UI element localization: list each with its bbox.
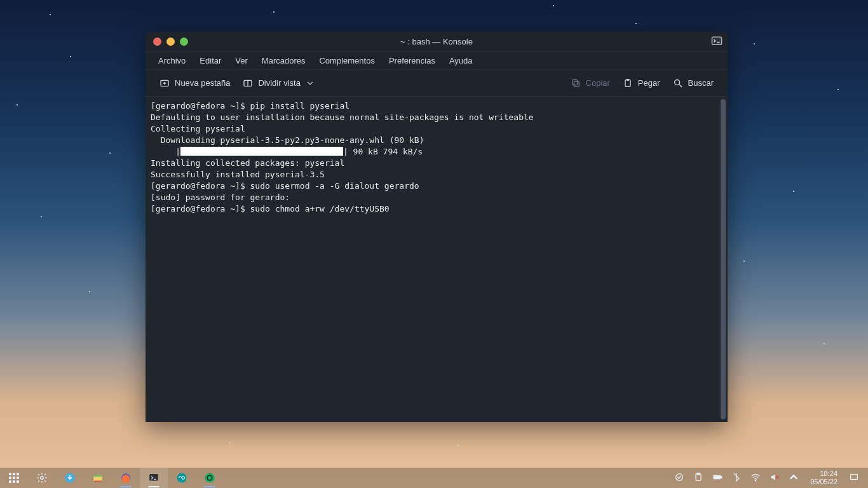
- menu-ver[interactable]: Ver: [229, 54, 254, 67]
- terminal-area: [gerardo@fedora ~]$ pip install pyserial…: [146, 97, 728, 422]
- task-indicator: [148, 486, 159, 487]
- app-launcher-button[interactable]: [0, 468, 28, 488]
- terminal-task-icon: [148, 472, 159, 484]
- new-tab-icon: [159, 78, 170, 88]
- traffic-lights: [146, 37, 188, 46]
- task-indicator: [120, 486, 132, 487]
- svg-rect-4: [574, 81, 579, 86]
- term-progress-suffix: | 90 kB 794 kB/s: [343, 147, 423, 156]
- terminal-output[interactable]: [gerardo@fedora ~]$ pip install pyserial…: [146, 97, 719, 422]
- svg-rect-7: [627, 79, 629, 81]
- svg-rect-31: [697, 473, 700, 475]
- split-view-label: Dividir vista: [258, 78, 300, 88]
- firefox-icon: [120, 472, 132, 484]
- star: [229, 442, 230, 444]
- svg-rect-13: [9, 477, 11, 479]
- menu-ayuda[interactable]: Ayuda: [443, 54, 479, 67]
- star: [458, 445, 459, 446]
- tray-expand-icon[interactable]: [789, 472, 799, 484]
- copy-button[interactable]: Copiar: [564, 75, 616, 92]
- menu-complementos[interactable]: Complementos: [313, 54, 381, 67]
- titlebar[interactable]: ~ : bash — Konsole: [146, 32, 728, 52]
- konsole-window: ~ : bash — Konsole Archivo Editar Ver Ma…: [146, 32, 728, 422]
- star: [635, 23, 637, 24]
- settings-task-icon[interactable]: [28, 468, 56, 488]
- tray-clock[interactable]: 18:24 05/05/22: [808, 470, 840, 486]
- svg-point-35: [756, 480, 756, 480]
- term-line: Defaulting to user installation because …: [151, 112, 534, 122]
- system-tray: 18:24 05/05/22: [669, 470, 868, 486]
- tray-show-desktop-icon[interactable]: [849, 472, 859, 484]
- clock-time: 18:24: [810, 470, 837, 478]
- window-minimize-button[interactable]: [166, 37, 175, 46]
- scrollbar-thumb[interactable]: [721, 99, 726, 419]
- svg-rect-15: [17, 477, 19, 479]
- download-icon: [64, 472, 76, 484]
- term-line: Collecting pyserial: [151, 124, 245, 133]
- star: [50, 14, 51, 15]
- files-task-icon[interactable]: [84, 468, 112, 488]
- search-icon: [673, 78, 683, 88]
- window-close-button[interactable]: [153, 37, 161, 46]
- svg-rect-0: [712, 37, 722, 44]
- term-line: [gerardo@fedora ~]$ pip install pyserial: [151, 101, 349, 111]
- new-tab-button[interactable]: Nueva pestaña: [153, 75, 236, 92]
- split-view-button[interactable]: Dividir vista: [236, 75, 319, 92]
- terminal-scrollbar[interactable]: [719, 97, 728, 422]
- svg-rect-22: [93, 475, 102, 477]
- tray-volume-muted-icon[interactable]: [770, 472, 780, 484]
- svg-line-9: [679, 85, 682, 87]
- star: [553, 5, 554, 6]
- svg-rect-10: [9, 473, 11, 475]
- window-maximize-button[interactable]: [180, 37, 188, 46]
- copy-icon: [571, 78, 581, 88]
- chevron-down-icon: [307, 80, 313, 86]
- search-label: Buscar: [688, 78, 714, 88]
- tray-updates-icon[interactable]: [674, 472, 684, 484]
- svg-point-29: [676, 473, 683, 480]
- star: [41, 216, 42, 217]
- konsole-task-icon[interactable]: [140, 468, 168, 488]
- term-line: [sudo] password for gerardo:: [151, 193, 295, 202]
- tray-bluetooth-icon[interactable]: [731, 472, 742, 484]
- menu-editar[interactable]: Editar: [193, 54, 227, 67]
- tray-wifi-icon[interactable]: [750, 472, 761, 484]
- terminal-icon: [711, 36, 722, 50]
- svg-rect-38: [851, 474, 858, 479]
- tray-clipboard-icon[interactable]: [693, 472, 703, 484]
- firefox-task-icon[interactable]: [112, 468, 140, 488]
- files-icon: [92, 472, 104, 484]
- term-line: [gerardo@fedora ~]$ sudo chmod a+rw /dev…: [151, 204, 390, 214]
- star: [837, 89, 839, 90]
- gear-icon: [36, 472, 48, 484]
- menu-marcadores[interactable]: Marcadores: [255, 54, 312, 67]
- star: [824, 343, 825, 344]
- toolbar: Nueva pestaña Dividir vista Copiar Pegar…: [146, 70, 728, 97]
- clock-date: 05/05/22: [810, 478, 837, 486]
- obs-task-icon[interactable]: [196, 468, 224, 488]
- star: [743, 261, 745, 262]
- svg-rect-25: [149, 474, 158, 481]
- term-line: Successfully installed pyserial-3.5: [151, 170, 325, 179]
- star: [754, 43, 755, 44]
- svg-rect-14: [13, 477, 15, 479]
- term-progress-prefix: |: [151, 147, 180, 156]
- svg-rect-17: [13, 480, 15, 483]
- search-button[interactable]: Buscar: [667, 75, 720, 92]
- star: [793, 191, 794, 192]
- star: [89, 291, 90, 292]
- menu-preferencias[interactable]: Preferencias: [383, 54, 442, 67]
- svg-rect-23: [94, 481, 102, 482]
- window-title: ~ : bash — Konsole: [146, 37, 728, 46]
- tray-battery-icon[interactable]: [712, 472, 722, 484]
- star: [70, 56, 71, 57]
- arduino-task-icon[interactable]: [168, 468, 196, 488]
- svg-rect-34: [715, 476, 720, 478]
- star: [273, 11, 275, 13]
- star: [17, 104, 18, 105]
- paste-button[interactable]: Pegar: [616, 75, 667, 92]
- menu-archivo[interactable]: Archivo: [152, 54, 192, 67]
- downloads-task-icon[interactable]: [56, 468, 84, 488]
- split-view-icon: [243, 78, 253, 88]
- obs-icon: [204, 472, 215, 484]
